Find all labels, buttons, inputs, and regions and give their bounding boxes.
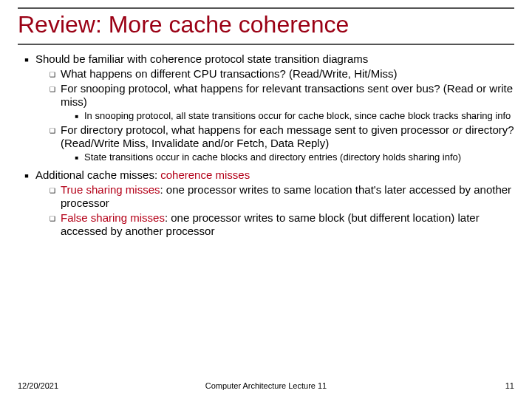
bullet-level2: ❑ True sharing misses: one processor wri…: [44, 183, 514, 210]
bullet-level2: ❑ False sharing misses: one processor wr…: [44, 211, 514, 238]
text-part: For directory protocol, what happens for…: [61, 123, 452, 136]
hollow-square-bullet-icon: ❑: [44, 82, 61, 109]
bullet-level3: ■ In snooping protocol, all state transi…: [69, 110, 514, 122]
bullet-text: False sharing misses: one processor writ…: [61, 211, 514, 238]
text-part: Additional cache misses:: [35, 168, 160, 181]
slide: Review: More cache coherence ■ Should be…: [0, 0, 532, 399]
bullet-level2: ❑ What happens on different CPU transact…: [44, 67, 514, 81]
bullet-level1: ■ Additional cache misses: coherence mis…: [18, 168, 514, 182]
hollow-square-bullet-icon: ❑: [44, 183, 61, 210]
square-bullet-icon: ■: [18, 52, 35, 66]
bullet-text: Should be familiar with coherence protoc…: [35, 52, 514, 66]
hollow-square-bullet-icon: ❑: [44, 123, 61, 150]
square-bullet-icon: ■: [18, 168, 35, 182]
bullet-level1: ■ Should be familiar with coherence prot…: [18, 52, 514, 66]
footer-page-number: 11: [505, 381, 514, 390]
square-bullet-icon: ■: [69, 110, 84, 122]
slide-body: ■ Should be familiar with coherence prot…: [18, 52, 514, 238]
red-text: False sharing misses: [61, 211, 165, 224]
slide-title: Review: More cache coherence: [18, 7, 514, 45]
bullet-text: In snooping protocol, all state transiti…: [84, 110, 514, 122]
bullet-text: State transitions occur in cache blocks …: [84, 151, 514, 163]
red-text: coherence misses: [160, 168, 250, 181]
bullet-text: For directory protocol, what happens for…: [61, 123, 514, 150]
hollow-square-bullet-icon: ❑: [44, 67, 61, 81]
italic-text: or: [452, 123, 462, 136]
hollow-square-bullet-icon: ❑: [44, 211, 61, 238]
red-text: True sharing misses: [61, 183, 160, 196]
bullet-level2: ❑ For snooping protocol, what happens fo…: [44, 82, 514, 109]
bullet-level3: ■ State transitions occur in cache block…: [69, 151, 514, 163]
footer-title: Computer Architecture Lecture 11: [18, 381, 514, 390]
bullet-text: For snooping protocol, what happens for …: [61, 82, 514, 109]
bullet-level2: ❑ For directory protocol, what happens f…: [44, 123, 514, 150]
square-bullet-icon: ■: [69, 151, 84, 163]
bullet-text: What happens on different CPU transactio…: [61, 67, 514, 81]
bullet-text: True sharing misses: one processor write…: [61, 183, 514, 210]
bullet-text: Additional cache misses: coherence misse…: [35, 168, 514, 182]
